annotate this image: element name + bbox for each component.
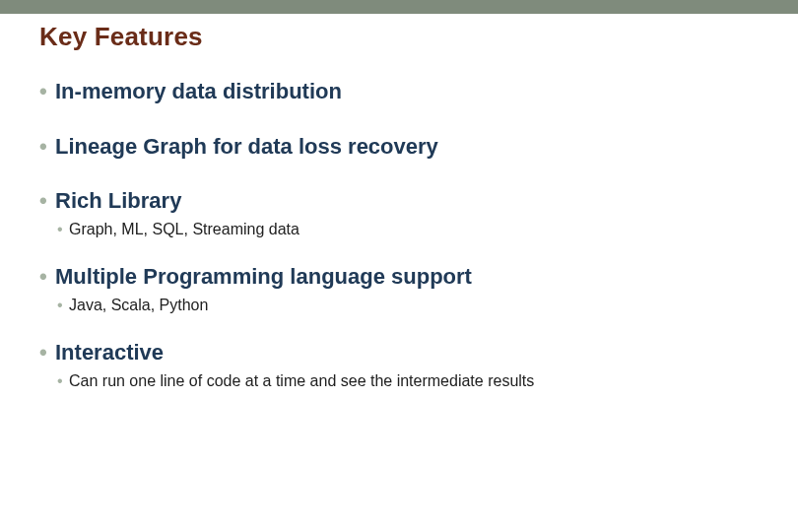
list-item: Multiple Programming language support [39, 263, 759, 291]
list-item: Rich Library [39, 187, 759, 215]
feature-list: In-memory data distribution Lineage Grap… [39, 78, 759, 391]
list-subitem: Graph, ML, SQL, Streaming data [39, 219, 759, 240]
content-area: Key Features In-memory data distribution… [0, 14, 798, 391]
sublist: Graph, ML, SQL, Streaming data [39, 219, 759, 240]
slide-title: Key Features [39, 22, 759, 52]
list-item: Lineage Graph for data loss recovery [39, 133, 759, 161]
list-item: Interactive [39, 339, 759, 366]
slide: Key Features In-memory data distribution… [0, 0, 798, 532]
sublist: Java, Scala, Python [39, 295, 759, 316]
list-subitem: Can run one line of code at a time and s… [39, 370, 759, 392]
list-subitem: Java, Scala, Python [39, 295, 759, 316]
list-item: In-memory data distribution [39, 78, 759, 105]
top-accent-bar [0, 0, 798, 14]
sublist: Can run one line of code at a time and s… [39, 370, 759, 392]
